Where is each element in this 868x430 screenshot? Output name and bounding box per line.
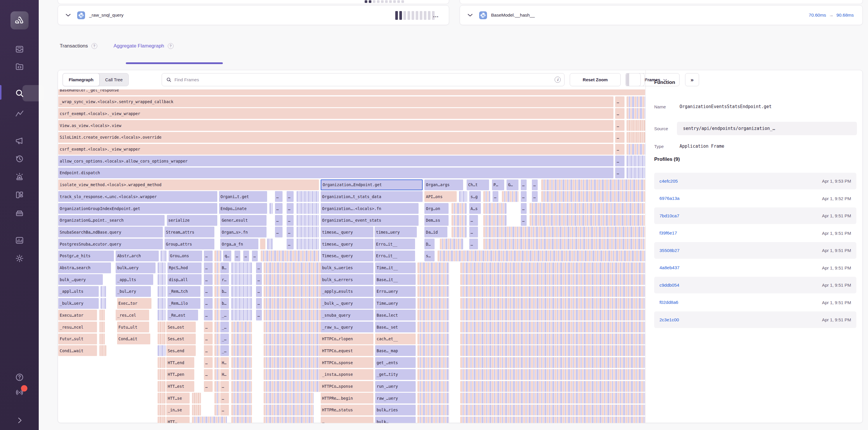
flame-noise-strips[interactable] bbox=[160, 250, 167, 261]
flame-noise-strips[interactable] bbox=[158, 334, 166, 344]
flame-noise-strips[interactable] bbox=[99, 321, 105, 332]
flame-frame[interactable]: bulk_s…ueries bbox=[321, 263, 373, 273]
flame-frame[interactable]: … bbox=[204, 298, 213, 309]
flame-frame[interactable]: … bbox=[256, 274, 262, 285]
flame-frame[interactable]: HTT…est bbox=[166, 381, 194, 392]
flame-frame[interactable]: … bbox=[469, 227, 478, 238]
flame-frame[interactable]: … bbox=[321, 417, 373, 423]
flame-noise-strips[interactable] bbox=[440, 239, 463, 249]
flame-noise-strips[interactable] bbox=[158, 357, 166, 368]
flame-noise-strips[interactable] bbox=[460, 357, 645, 368]
flame-noise-strips[interactable] bbox=[158, 310, 166, 320]
profile-id-link[interactable]: 2c3e1c00 bbox=[659, 317, 679, 322]
flame-frame[interactable]: … bbox=[256, 263, 262, 273]
flame-frame[interactable]: … bbox=[204, 334, 213, 344]
flame-noise-strips[interactable] bbox=[231, 417, 252, 423]
flame-noise-strips[interactable] bbox=[214, 298, 220, 309]
flame-frame[interactable]: times…uery bbox=[375, 227, 417, 238]
card-menu-button[interactable]: … bbox=[433, 12, 439, 19]
flame-frame[interactable]: Erro…it__ bbox=[375, 250, 415, 261]
flame-frame[interactable]: Base…_set bbox=[375, 321, 416, 332]
flame-noise-strips[interactable] bbox=[192, 393, 201, 403]
flame-frame[interactable]: _resu…ncel bbox=[58, 321, 97, 332]
flame-frame[interactable]: Base…it__ bbox=[375, 274, 416, 285]
flame-frame[interactable]: SiloLimit.create_override.<locals>.overr… bbox=[58, 132, 613, 143]
profile-id-link[interactable]: f39f6e17 bbox=[659, 231, 677, 236]
flame-frame[interactable]: HTTPCo…sponse bbox=[321, 381, 373, 392]
flame-frame[interactable]: B… bbox=[220, 263, 229, 273]
flame-noise-strips[interactable] bbox=[158, 381, 166, 392]
flame-frame[interactable]: HTTPRe…status bbox=[321, 405, 373, 416]
flame-noise-strips[interactable] bbox=[460, 286, 645, 297]
flame-frame[interactable]: bulk…uery bbox=[116, 263, 156, 273]
flame-noise-strips[interactable] bbox=[459, 191, 467, 202]
flame-frame[interactable]: … bbox=[220, 381, 229, 392]
profile-id-link[interactable]: 7bd10ca7 bbox=[659, 213, 679, 218]
flame-noise-strips[interactable] bbox=[530, 215, 645, 226]
flame-noise-strips[interactable] bbox=[483, 191, 490, 202]
flame-frame[interactable]: … bbox=[615, 167, 624, 178]
flame-noise-strips[interactable] bbox=[483, 227, 645, 238]
flame-frame[interactable]: HTT…se bbox=[166, 393, 190, 403]
flame-noise-strips[interactable] bbox=[297, 215, 319, 226]
flame-frame[interactable]: Dem…ss bbox=[424, 215, 448, 226]
flame-noise-strips[interactable] bbox=[214, 357, 220, 368]
flame-noise-strips[interactable] bbox=[626, 132, 645, 143]
sidebar-item-help[interactable] bbox=[0, 372, 39, 382]
flame-frame[interactable]: Ses…ost bbox=[166, 321, 196, 332]
flame-frame-selected[interactable]: Organization…Endpoint.get bbox=[321, 180, 423, 190]
flame-noise-strips[interactable] bbox=[264, 405, 313, 416]
flame-frame[interactable]: D… bbox=[424, 239, 434, 249]
help-circle-icon[interactable]: ? bbox=[91, 43, 97, 49]
flame-noise-strips[interactable] bbox=[264, 393, 313, 403]
sidebar-item-explore[interactable] bbox=[0, 88, 39, 98]
flame-noise-strips[interactable] bbox=[483, 239, 645, 249]
flame-noise-strips[interactable] bbox=[483, 215, 507, 226]
flame-frame[interactable]: raw_…uery bbox=[375, 393, 416, 403]
flame-noise-strips[interactable] bbox=[541, 180, 645, 190]
flame-noise-strips[interactable] bbox=[297, 203, 319, 214]
flame-frame[interactable]: get_…ents bbox=[375, 357, 416, 368]
flame-frame[interactable]: track_slo_response.<…unc.<locals>.wrappe… bbox=[58, 191, 217, 202]
flame-noise-strips[interactable] bbox=[214, 381, 220, 392]
function-card-raw-snql-query[interactable]: _raw_snql_query … bbox=[58, 5, 449, 25]
flame-frame[interactable]: … bbox=[287, 239, 293, 249]
flame-frame[interactable]: _in…se bbox=[166, 405, 190, 416]
flame-frame[interactable]: … bbox=[256, 298, 262, 309]
flame-frame[interactable]: r… bbox=[220, 274, 229, 285]
flame-frame[interactable]: … bbox=[252, 250, 258, 261]
flame-noise-strips[interactable] bbox=[417, 393, 449, 403]
flame-noise-strips[interactable] bbox=[626, 108, 645, 119]
sidebar-item-stats[interactable] bbox=[0, 236, 39, 245]
flame-noise-strips[interactable] bbox=[99, 334, 105, 344]
flame-noise-strips[interactable] bbox=[231, 405, 252, 416]
flame-noise-strips[interactable] bbox=[452, 203, 467, 214]
flame-frame[interactable]: … bbox=[275, 203, 282, 214]
flame-noise-strips[interactable] bbox=[192, 417, 227, 423]
flame-noise-strips[interactable] bbox=[261, 250, 319, 261]
flame-frame[interactable]: _snuba_query bbox=[321, 310, 373, 320]
flame-noise-strips[interactable] bbox=[214, 250, 221, 261]
sidebar-item-releases[interactable] bbox=[0, 208, 39, 218]
flame-frame[interactable]: _bulk_…_query bbox=[321, 298, 373, 309]
sidebar-item-alerts[interactable] bbox=[0, 172, 39, 182]
flame-frame[interactable]: disp…all bbox=[167, 274, 202, 285]
flame-frame[interactable]: _Rem…tch bbox=[167, 286, 200, 297]
flame-noise-strips[interactable] bbox=[264, 334, 320, 344]
flame-frame[interactable]: timese…_query bbox=[321, 239, 373, 249]
flame-frame[interactable]: _… bbox=[220, 321, 229, 332]
flame-noise-strips[interactable] bbox=[214, 263, 220, 273]
flame-frame[interactable]: Gener…esult bbox=[220, 215, 267, 226]
flame-frame[interactable]: Base…lect bbox=[375, 310, 416, 320]
flame-frame[interactable]: G… bbox=[506, 180, 518, 190]
flame-noise-strips[interactable] bbox=[626, 167, 645, 178]
flame-frame[interactable]: _bulk…uery bbox=[58, 298, 99, 309]
flame-noise-strips[interactable] bbox=[214, 369, 220, 380]
flame-frame[interactable]: Endpo…inate bbox=[219, 203, 267, 214]
flame-frame[interactable]: … bbox=[615, 144, 624, 155]
flame-frame[interactable]: Organization…_event_stats bbox=[321, 215, 419, 226]
flame-noise-strips[interactable] bbox=[417, 417, 449, 423]
flame-frame[interactable]: OrganizationG…point._search bbox=[58, 215, 164, 226]
flame-noise-strips[interactable] bbox=[460, 393, 645, 403]
flame-frame[interactable]: serialize bbox=[167, 215, 217, 226]
